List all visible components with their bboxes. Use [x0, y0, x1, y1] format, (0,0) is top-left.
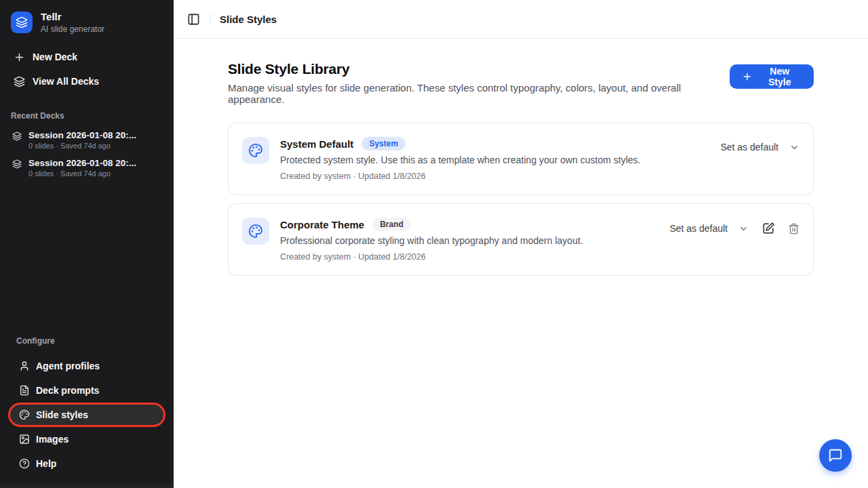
brand: Tellr AI slide generator — [8, 11, 165, 34]
app-window: Tellr AI slide generator New Deck View A… — [0, 0, 868, 488]
set-as-default-button[interactable]: Set as default — [720, 142, 800, 152]
card-actions: Set as default — [720, 142, 800, 152]
card-body: Corporate Theme Brand Professional corpo… — [280, 218, 658, 262]
topbar-title: Slide Styles — [220, 14, 277, 25]
topbar-divider — [210, 14, 211, 24]
deck-meta: 0 slides · Saved 74d ago — [28, 169, 136, 178]
style-description: Protected system style. Use this as a te… — [280, 155, 709, 165]
sidebar-item-images[interactable]: Images — [8, 427, 165, 451]
brand-text: Tellr AI slide generator — [41, 11, 104, 34]
card-title-row: Corporate Theme Brand — [280, 218, 658, 231]
image-icon — [19, 434, 30, 445]
content: Slide Style Library Manage visual styles… — [174, 39, 868, 276]
layers-icon — [14, 76, 25, 87]
sidebar-toggle-button[interactable] — [186, 12, 201, 27]
sidebar-item-label: Deck prompts — [36, 385, 99, 396]
layers-icon — [12, 131, 22, 150]
app-logo-icon — [11, 12, 33, 33]
style-card-system-default: System Default System Protected system s… — [228, 123, 814, 195]
sidebar-item-new-deck[interactable]: New Deck — [8, 45, 165, 69]
palette-icon — [19, 409, 30, 420]
card-title-row: System Default System — [280, 137, 709, 150]
deck-title: Session 2026-01-08 20:... — [28, 158, 136, 168]
panel-left-icon — [187, 13, 200, 26]
recent-deck-item[interactable]: Session 2026-01-08 20:... 0 slides · Sav… — [8, 127, 165, 155]
recent-decks-section: Recent Decks Session 2026-01-08 20:... 0… — [8, 94, 165, 183]
topbar: Slide Styles — [174, 0, 868, 39]
card-actions: Set as default — [669, 222, 800, 235]
main-area: Slide Styles Slide Style Library Manage … — [174, 0, 868, 488]
sidebar-item-label: Slide styles — [36, 409, 88, 420]
deck-title: Session 2026-01-08 20:... — [28, 130, 136, 140]
set-as-default-label: Set as default — [720, 142, 778, 152]
style-card-list: System Default System Protected system s… — [228, 123, 814, 276]
edit-style-button[interactable] — [762, 222, 774, 235]
plus-icon — [14, 52, 25, 63]
sidebar-item-label: View All Decks — [33, 76, 99, 87]
sidebar-item-deck-prompts[interactable]: Deck prompts — [8, 378, 165, 403]
trash-icon — [788, 223, 800, 235]
layers-icon — [12, 159, 22, 178]
sidebar-bottom-divider — [0, 483, 174, 488]
recent-deck-item[interactable]: Session 2026-01-08 20:... 0 slides · Sav… — [8, 155, 165, 183]
edit-icon — [762, 222, 774, 235]
page-subtitle: Manage visual styles for slide generatio… — [228, 82, 730, 105]
sidebar-item-view-all-decks[interactable]: View All Decks — [8, 69, 165, 94]
deck-text: Session 2026-01-08 20:... 0 slides · Sav… — [28, 130, 136, 150]
set-as-default-label: Set as default — [669, 223, 728, 234]
chevron-down-icon — [738, 224, 749, 234]
new-style-button-label: New Style — [757, 66, 802, 87]
card-body: System Default System Protected system s… — [280, 137, 709, 181]
sidebar-nav: New Deck View All Decks — [8, 45, 165, 94]
style-description: Professional corporate styling with clea… — [280, 235, 658, 246]
content-header-text: Slide Style Library Manage visual styles… — [228, 61, 730, 105]
content-header: Slide Style Library Manage visual styles… — [228, 61, 814, 105]
sidebar-item-label: Help — [36, 458, 56, 469]
app-tagline: AI slide generator — [41, 24, 104, 34]
deck-text: Session 2026-01-08 20:... 0 slides · Sav… — [28, 158, 136, 178]
configure-heading: Configure — [16, 336, 165, 346]
app-name: Tellr — [41, 11, 104, 23]
style-card-corporate-theme: Corporate Theme Brand Professional corpo… — [228, 203, 814, 276]
palette-tile-icon — [242, 218, 269, 245]
page-title: Slide Style Library — [228, 61, 730, 77]
chat-fab-button[interactable] — [819, 439, 852, 472]
chat-bubble-icon — [828, 448, 843, 463]
deck-meta: 0 slides · Saved 74d ago — [28, 142, 136, 150]
sidebar: Tellr AI slide generator New Deck View A… — [0, 0, 174, 488]
set-as-default-button[interactable]: Set as default — [669, 223, 749, 234]
style-title: Corporate Theme — [280, 219, 364, 230]
sidebar-item-agent-profiles[interactable]: Agent profiles — [8, 354, 165, 378]
status-badge: System — [361, 137, 406, 150]
sidebar-item-label: Agent profiles — [36, 361, 100, 371]
chevron-down-icon — [789, 142, 800, 152]
document-icon — [19, 385, 30, 396]
sidebar-item-help[interactable]: Help — [8, 451, 165, 476]
sidebar-item-label: Images — [36, 434, 68, 445]
recent-decks-heading: Recent Decks — [11, 111, 165, 121]
palette-tile-icon — [242, 137, 269, 164]
sidebar-item-slide-styles[interactable]: Slide styles — [8, 403, 165, 427]
style-meta: Created by system · Updated 1/8/2026 — [280, 252, 658, 262]
configure-section: Configure Agent profiles Deck prompts Sl… — [8, 336, 165, 488]
delete-style-button[interactable] — [788, 223, 800, 235]
status-badge: Brand — [372, 218, 411, 231]
sidebar-item-label: New Deck — [33, 52, 77, 62]
new-style-button[interactable]: New Style — [730, 64, 814, 89]
style-title: System Default — [280, 138, 353, 150]
help-icon — [19, 458, 30, 469]
plus-icon — [742, 71, 753, 82]
style-meta: Created by system · Updated 1/8/2026 — [280, 171, 709, 181]
user-icon — [19, 361, 30, 371]
